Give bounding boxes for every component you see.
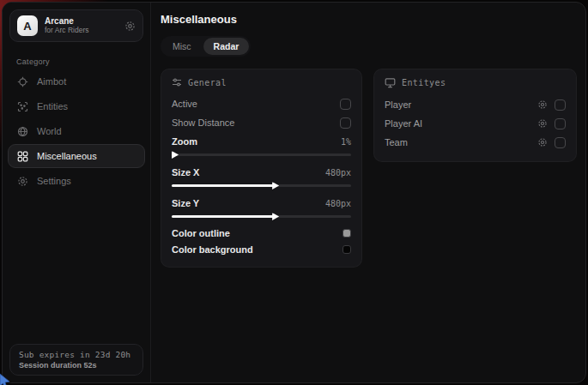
entities-icon [17, 101, 28, 112]
size-x-slider[interactable] [172, 184, 351, 187]
session-duration-text: Session duration 52s [19, 361, 134, 370]
sidebar-item-aimbot[interactable]: Aimbot [8, 69, 145, 93]
sliders-icon [172, 77, 182, 87]
category-label: Category [16, 57, 150, 66]
slider-thumb[interactable] [272, 182, 279, 189]
sidebar-nav: Aimbot Entities World [3, 69, 150, 194]
slider-value: 480px [325, 168, 351, 177]
gear-icon [17, 176, 28, 187]
sidebar-item-miscellaneous[interactable]: Miscellaneous [8, 144, 145, 168]
entity-label: Team [385, 137, 408, 147]
toggle-row-active: Active [172, 94, 351, 113]
show-distance-checkbox[interactable] [340, 117, 351, 129]
slider-value: 480px [325, 199, 351, 208]
entities-panel: Entityes Player Player AI [373, 69, 577, 162]
slider-thumb[interactable] [272, 213, 279, 220]
toggle-row-show-distance: Show Distance [172, 113, 351, 132]
app-logo: A [17, 15, 38, 36]
sub-expiry-text: Sub expires in 23d 20h [19, 350, 134, 359]
entity-label: Player [385, 99, 411, 110]
grid-icon [17, 151, 28, 162]
slider-thumb[interactable] [172, 151, 179, 159]
active-checkbox[interactable] [340, 99, 351, 110]
panel-title: General [188, 78, 227, 87]
toggle-label: Show Distance [172, 117, 234, 128]
color-background-row: Color background [172, 241, 351, 257]
page-title: Miscellaneous [161, 13, 577, 26]
sidebar-item-label: Miscellaneous [37, 151, 97, 161]
color-outline-swatch[interactable] [342, 229, 351, 238]
app-subtitle: for Arc Riders [45, 27, 89, 35]
general-panel: General Active Show Distance Zoom 1% [161, 69, 362, 268]
sidebar: A Arcane for Arc Riders Category Aimbot [3, 3, 151, 382]
main-content: Miscellaneous Misc Radar General Active [151, 3, 586, 382]
player-ai-checkbox[interactable] [555, 118, 566, 129]
size-x-slider-group: Size X 480px [172, 163, 351, 187]
toggle-label: Active [172, 99, 197, 109]
entity-row-player-ai: Player AI [385, 114, 566, 133]
sidebar-item-settings[interactable]: Settings [8, 169, 145, 193]
slider-value: 1% [341, 137, 351, 147]
color-outline-row: Color outline [172, 225, 351, 241]
monitor-icon [385, 77, 396, 88]
tab-radar[interactable]: Radar [203, 38, 250, 55]
tab-misc[interactable]: Misc [162, 38, 202, 55]
sidebar-item-entities[interactable]: Entities [8, 94, 145, 118]
player-checkbox[interactable] [555, 99, 566, 111]
slider-label: Size Y [172, 198, 199, 208]
color-label: Color background [172, 244, 253, 255]
sidebar-item-world[interactable]: World [8, 119, 145, 143]
crosshair-icon [17, 76, 28, 87]
color-label: Color outline [172, 228, 230, 238]
globe-icon [17, 126, 28, 137]
app-window: A Arcane for Arc Riders Category Aimbot [2, 2, 586, 383]
tab-bar: Misc Radar [161, 36, 251, 57]
slider-label: Size X [172, 167, 199, 177]
entity-row-team: Team [385, 133, 566, 152]
size-y-slider-group: Size Y 480px [172, 194, 351, 218]
sidebar-item-label: Aimbot [37, 76, 66, 87]
sync-icon[interactable] [124, 21, 136, 32]
player-ai-settings-gear-icon[interactable] [537, 118, 548, 129]
sidebar-item-label: Entities [37, 101, 68, 111]
subscription-card: Sub expires in 23d 20h Session duration … [9, 344, 143, 376]
sidebar-item-label: Settings [37, 176, 71, 186]
panel-title: Entityes [402, 78, 446, 87]
team-settings-gear-icon[interactable] [537, 137, 548, 147]
zoom-slider[interactable] [172, 153, 351, 156]
team-checkbox[interactable] [555, 137, 566, 148]
sidebar-item-label: World [37, 126, 62, 136]
color-background-swatch[interactable] [342, 245, 351, 254]
slider-label: Zoom [172, 136, 197, 147]
player-settings-gear-icon[interactable] [537, 99, 548, 110]
entity-label: Player AI [385, 118, 422, 129]
size-y-slider[interactable] [172, 215, 351, 218]
app-header-card: A Arcane for Arc Riders [9, 9, 143, 42]
zoom-slider-group: Zoom 1% [172, 132, 351, 156]
entity-row-player: Player [385, 95, 566, 114]
